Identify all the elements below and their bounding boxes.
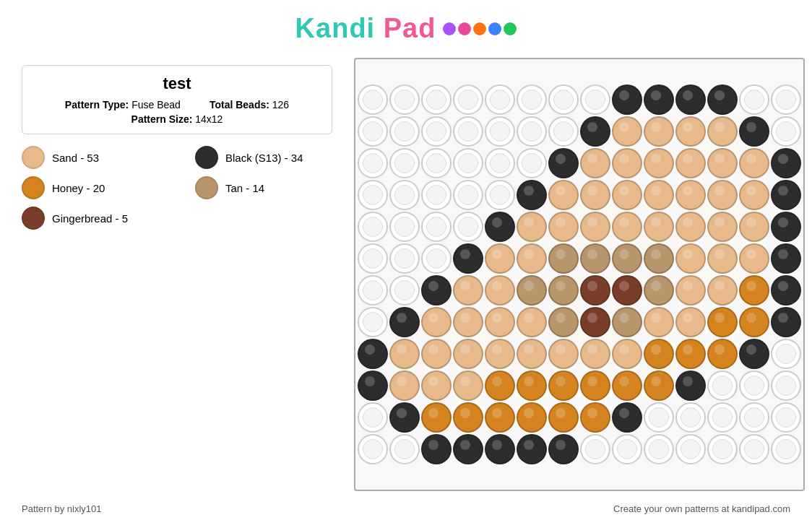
bead <box>675 402 706 433</box>
bead <box>389 339 420 369</box>
bead <box>389 243 420 274</box>
bead <box>517 402 547 433</box>
bead <box>644 434 674 464</box>
beads-label: Total Beads: <box>210 99 269 110</box>
bead <box>517 180 547 210</box>
bead <box>644 307 674 337</box>
bead <box>421 180 452 210</box>
bead <box>707 148 738 178</box>
bead <box>517 116 547 147</box>
bead <box>644 243 674 274</box>
bead <box>707 243 738 274</box>
bead <box>548 212 579 242</box>
bead <box>421 402 452 433</box>
bead <box>485 339 515 369</box>
bead <box>485 370 515 401</box>
footer-cta: Create your own patterns at kandipad.com <box>613 503 790 514</box>
bead <box>485 402 515 433</box>
bead <box>580 307 610 337</box>
legend-label-black: Black (S13) - 34 <box>225 152 303 164</box>
bead <box>580 434 610 464</box>
header: Kandi Pad <box>0 0 812 51</box>
info-grid: Pattern Type: Fuse Bead Total Beads: 126 <box>37 99 317 110</box>
bead <box>453 116 483 147</box>
bead <box>675 434 706 464</box>
bead <box>675 148 706 178</box>
legend-label-tan: Tan - 14 <box>225 182 264 194</box>
bead <box>485 243 515 274</box>
bead <box>707 339 738 369</box>
bead <box>580 370 610 401</box>
bead <box>739 434 769 464</box>
bead <box>771 212 801 242</box>
bead <box>771 148 801 178</box>
logo-icons <box>443 22 517 35</box>
bead <box>485 180 515 210</box>
type-value: Fuse Bead <box>131 99 181 110</box>
bead <box>707 434 738 464</box>
bead <box>580 180 610 210</box>
bead <box>389 180 420 210</box>
bead <box>453 180 483 210</box>
logo-kandi: Kandi <box>295 13 376 43</box>
bead <box>771 402 801 433</box>
legend-item-black: Black (S13) - 34 <box>195 146 354 169</box>
footer-credit: Pattern by nixly101 <box>22 503 102 514</box>
beads-value: 126 <box>272 99 289 110</box>
type-label: Pattern Type: <box>65 99 129 110</box>
size-value: 14x12 <box>195 113 223 125</box>
bead <box>358 148 388 178</box>
bead <box>612 307 642 337</box>
bead <box>580 212 610 242</box>
bead-green-icon <box>504 22 517 35</box>
legend-item-sand: Sand - 53 <box>22 146 181 169</box>
bead <box>548 402 579 433</box>
bead <box>548 275 579 306</box>
bead <box>517 307 547 337</box>
bead <box>389 148 420 178</box>
bead-grid-container <box>354 58 805 491</box>
bead <box>707 307 738 337</box>
bead <box>771 180 801 210</box>
bead <box>707 84 738 115</box>
bead <box>389 212 420 242</box>
bead <box>739 116 769 147</box>
bead <box>675 339 706 369</box>
bead <box>548 148 579 178</box>
bead <box>389 307 420 337</box>
footer: Pattern by nixly101 Create your own patt… <box>0 503 812 514</box>
bead <box>707 402 738 433</box>
bead <box>612 212 642 242</box>
bead <box>548 434 579 464</box>
bead <box>389 84 420 115</box>
bead <box>358 402 388 433</box>
size-label: Pattern Size: <box>131 113 193 125</box>
bead <box>739 275 769 306</box>
bead <box>771 370 801 401</box>
bead <box>453 148 483 178</box>
bead <box>580 339 610 369</box>
swatch-black <box>195 146 218 169</box>
bead <box>453 339 483 369</box>
bead <box>771 243 801 274</box>
bead <box>485 148 515 178</box>
bead <box>517 84 547 115</box>
bead <box>453 243 483 274</box>
bead <box>517 370 547 401</box>
bead <box>644 275 674 306</box>
swatch-sand <box>22 146 45 169</box>
bead <box>548 243 579 274</box>
bead <box>517 212 547 242</box>
bead <box>675 307 706 337</box>
bead <box>485 307 515 337</box>
bead <box>358 370 388 401</box>
bead <box>675 370 706 401</box>
bead <box>707 180 738 210</box>
bead <box>739 148 769 178</box>
bead <box>644 212 674 242</box>
swatch-tan <box>195 176 218 199</box>
swatch-honey <box>22 176 45 199</box>
bead <box>453 402 483 433</box>
bead <box>612 434 642 464</box>
bead <box>771 84 801 115</box>
